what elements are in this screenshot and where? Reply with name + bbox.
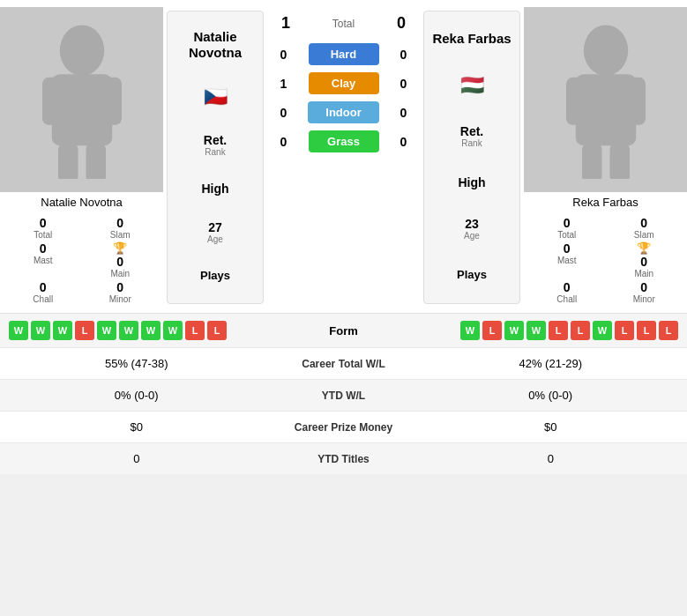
left-form-5: W bbox=[97, 321, 116, 340]
left-high: High bbox=[201, 178, 228, 199]
stat-row-0-label: Career Total W/L bbox=[265, 358, 423, 370]
total-label: Total bbox=[299, 18, 388, 30]
trophy-icon-left: 🏆 bbox=[113, 241, 127, 255]
left-stat-slam-lbl: Slam bbox=[85, 230, 157, 240]
left-stat-minor-val: 0 bbox=[85, 280, 157, 294]
stat-row-2-label: Career Prize Money bbox=[265, 421, 423, 434]
right-form-8: L bbox=[615, 321, 634, 340]
left-stat-main-lbl: Main bbox=[110, 269, 130, 278]
right-stat-main-lbl: Main bbox=[634, 269, 653, 278]
hard-score-left: 0 bbox=[273, 48, 295, 62]
left-stat-mast-val: 0 bbox=[40, 241, 47, 256]
right-form-10: L bbox=[659, 321, 678, 340]
right-form-2: L bbox=[482, 321, 502, 340]
left-form-2: W bbox=[31, 321, 50, 340]
stat-row-1-right: 0% (0-0) bbox=[423, 389, 679, 402]
left-form-7: W bbox=[141, 321, 161, 340]
right-stat-slam-val: 0 bbox=[609, 216, 681, 230]
right-player-silhouette bbox=[553, 20, 659, 179]
right-stat-chall-lbl: Chall bbox=[531, 294, 603, 304]
svg-point-0 bbox=[59, 25, 103, 76]
stat-row-0-left: 55% (47-38) bbox=[9, 357, 265, 370]
form-label: Form bbox=[309, 324, 379, 338]
stat-row-2: $0 Career Prize Money $0 bbox=[0, 411, 687, 442]
left-rank-lbl: Rank bbox=[204, 147, 227, 157]
score-right: 0 bbox=[388, 14, 414, 33]
indoor-score-left: 0 bbox=[273, 106, 295, 120]
right-stat-minor-val: 0 bbox=[609, 280, 681, 294]
surface-indoor-btn: Indoor bbox=[308, 101, 378, 123]
right-stat-mast-val: 0 bbox=[564, 241, 571, 256]
right-stat-minor-lbl: Minor bbox=[609, 294, 681, 304]
right-flag: 🇭🇺 bbox=[460, 74, 484, 97]
left-form-badges: W W W L W W W W L L bbox=[9, 321, 227, 340]
stat-row-0: 55% (47-38) Career Total W/L 42% (21-29) bbox=[0, 347, 687, 379]
grass-score-left: 0 bbox=[273, 135, 295, 149]
clay-score-left: 1 bbox=[273, 77, 295, 91]
stat-row-1: 0% (0-0) YTD W/L 0% (0-0) bbox=[0, 379, 687, 411]
svg-rect-8 bbox=[566, 78, 586, 125]
right-stat-main-val: 0 bbox=[640, 255, 647, 269]
svg-rect-2 bbox=[42, 78, 62, 125]
left-form-8: W bbox=[163, 321, 183, 340]
svg-rect-9 bbox=[626, 78, 646, 125]
stat-row-1-label: YTD W/L bbox=[265, 390, 423, 402]
right-form-1: W bbox=[460, 321, 480, 340]
stat-row-3: 0 YTD Titles 0 bbox=[0, 442, 687, 474]
left-form-9: L bbox=[185, 321, 205, 340]
svg-rect-5 bbox=[86, 144, 106, 180]
right-stat-chall-val: 0 bbox=[531, 280, 603, 294]
stat-row-2-left: $0 bbox=[9, 420, 265, 434]
stat-row-3-right: 0 bbox=[423, 452, 679, 465]
stat-row-3-left: 0 bbox=[9, 452, 265, 465]
right-stat-total-lbl: Total bbox=[531, 230, 603, 240]
left-stat-total-val: 0 bbox=[7, 216, 79, 230]
left-stat-slam-val: 0 bbox=[85, 216, 157, 230]
left-stat-total-lbl: Total bbox=[7, 230, 79, 240]
left-rank-val: Ret. bbox=[204, 133, 227, 147]
right-rank-val: Ret. bbox=[460, 124, 483, 138]
svg-rect-3 bbox=[102, 78, 122, 125]
grass-score-right: 0 bbox=[392, 135, 414, 149]
left-plays: Plays bbox=[200, 265, 230, 286]
left-form-4: L bbox=[75, 321, 94, 340]
bottom-stats-container: 55% (47-38) Career Total W/L 42% (21-29)… bbox=[0, 347, 687, 474]
svg-rect-10 bbox=[582, 144, 602, 180]
right-form-6: L bbox=[571, 321, 590, 340]
right-plays: Plays bbox=[457, 264, 487, 285]
stat-row-0-right: 42% (21-29) bbox=[423, 357, 679, 370]
left-form-6: W bbox=[119, 321, 138, 340]
right-form-3: W bbox=[504, 321, 524, 340]
right-form-4: W bbox=[526, 321, 546, 340]
right-stat-total-val: 0 bbox=[531, 216, 603, 230]
indoor-score-right: 0 bbox=[392, 106, 414, 120]
stat-row-2-right: $0 bbox=[423, 420, 679, 434]
surface-hard-btn: Hard bbox=[309, 43, 379, 65]
right-stat-slam-lbl: Slam bbox=[609, 230, 681, 240]
left-stat-chall-val: 0 bbox=[7, 280, 79, 294]
left-flag: 🇨🇿 bbox=[204, 85, 228, 108]
left-stat-main-val: 0 bbox=[116, 255, 123, 269]
left-form-3: W bbox=[53, 321, 72, 340]
left-stat-minor-lbl: Minor bbox=[85, 294, 157, 304]
right-form-badges: W L W W L L W L L L bbox=[460, 321, 678, 340]
stat-row-3-label: YTD Titles bbox=[265, 453, 423, 465]
right-player-name-panel: Reka Farbas bbox=[432, 31, 511, 47]
right-form-7: W bbox=[593, 321, 612, 340]
svg-point-6 bbox=[583, 25, 627, 76]
left-player-silhouette bbox=[29, 20, 135, 179]
right-player-name: Reka Farbas bbox=[571, 192, 639, 212]
left-age-val: 27 bbox=[207, 220, 223, 234]
svg-rect-4 bbox=[58, 144, 78, 180]
score-left: 1 bbox=[273, 14, 299, 33]
left-age-lbl: Age bbox=[207, 234, 223, 244]
trophy-icon-right: 🏆 bbox=[637, 241, 651, 255]
left-stat-chall-lbl: Chall bbox=[7, 294, 79, 304]
left-form-1: W bbox=[9, 321, 28, 340]
right-stat-mast-lbl: Mast bbox=[557, 256, 577, 265]
stat-row-1-left: 0% (0-0) bbox=[9, 389, 265, 402]
clay-score-right: 0 bbox=[392, 77, 414, 91]
surface-clay-btn: Clay bbox=[309, 72, 379, 94]
left-stat-mast-lbl: Mast bbox=[34, 256, 53, 265]
left-player-name: Natalie Novotna bbox=[39, 192, 124, 212]
